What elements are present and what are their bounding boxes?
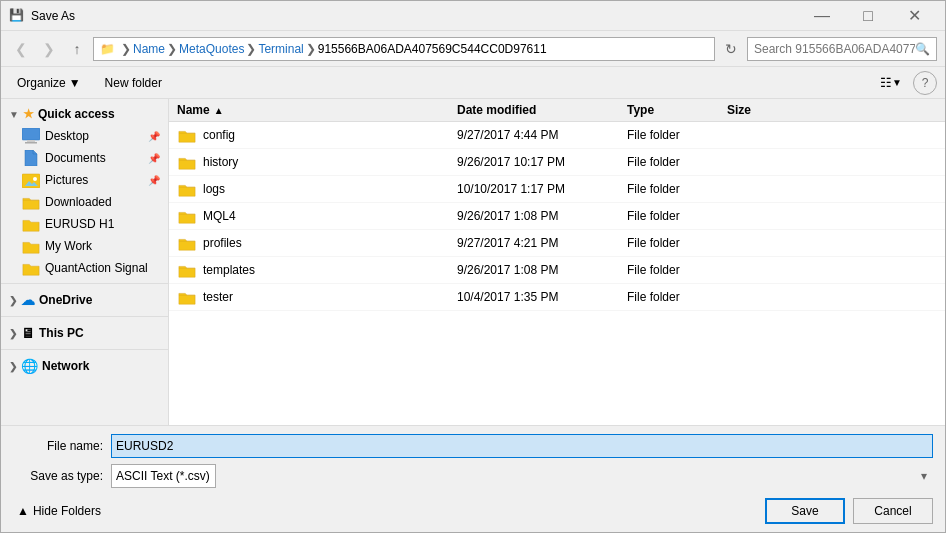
titlebar: 💾 Save As — □ ✕ [1,1,945,31]
file-type-cell: File folder [627,128,727,142]
window-icon: 💾 [9,8,25,24]
file-rows-container: config 9/27/2017 4:44 PM File folder his… [169,122,945,311]
saveastype-wrapper: ASCII Text (*.csv) [111,464,933,488]
sidebar-item-downloaded[interactable]: Downloaded [1,191,168,213]
breadcrumb-metaquotes[interactable]: MetaQuotes [179,42,244,56]
close-button[interactable]: ✕ [891,1,937,31]
organize-button[interactable]: Organize ▼ [9,73,89,93]
thispc-label: This PC [39,326,84,340]
refresh-button[interactable]: ↻ [719,37,743,61]
sidebar-item-pictures[interactable]: Pictures 📌 [1,169,168,191]
table-row[interactable]: profiles 9/27/2017 4:21 PM File folder [169,230,945,257]
downloaded-icon [21,194,41,210]
chevron-up-icon: ▲ [17,504,29,518]
sidebar-item-quantaction-label: QuantAction Signal [45,261,148,275]
table-row[interactable]: MQL4 9/26/2017 1:08 PM File folder [169,203,945,230]
documents-icon [21,150,41,166]
file-name-cell: logs [177,179,457,199]
column-type-header[interactable]: Type [627,103,727,117]
file-date-cell: 9/26/2017 10:17 PM [457,155,627,169]
help-button[interactable]: ? [913,71,937,95]
maximize-button[interactable]: □ [845,1,891,31]
table-row[interactable]: templates 9/26/2017 1:08 PM File folder [169,257,945,284]
saveastype-row: Save as type: ASCII Text (*.csv) [13,464,933,488]
pin-icon-docs: 📌 [148,153,160,164]
file-name-cell: history [177,152,457,172]
bottom-actions: ▲ Hide Folders Save Cancel [13,494,933,524]
search-input[interactable] [754,42,915,56]
network-label: Network [42,359,89,373]
sort-arrow-icon: ▲ [214,105,224,116]
onedrive-item[interactable]: ❯ ☁ OneDrive [1,288,168,312]
file-type-cell: File folder [627,290,727,304]
hide-folders-button[interactable]: ▲ Hide Folders [13,502,105,520]
sidebar-item-documents[interactable]: Documents 📌 [1,147,168,169]
filename-input[interactable] [111,434,933,458]
pin-icon: 📌 [148,131,160,142]
folder-icon [177,206,197,226]
organize-chevron-icon: ▼ [69,76,81,90]
pin-icon-pics: 📌 [148,175,160,186]
new-folder-button[interactable]: New folder [97,73,170,93]
quick-access-chevron-icon: ▼ [9,109,19,120]
back-button[interactable]: ❮ [9,37,33,61]
table-row[interactable]: history 9/26/2017 10:17 PM File folder [169,149,945,176]
column-date-header[interactable]: Date modified [457,103,627,117]
saveastype-select[interactable]: ASCII Text (*.csv) [111,464,216,488]
column-size-header[interactable]: Size [727,103,807,117]
thispc-item[interactable]: ❯ 🖥 This PC [1,321,168,345]
breadcrumb-terminal[interactable]: Terminal [258,42,303,56]
save-button[interactable]: Save [765,498,845,524]
search-box: 🔍 [747,37,937,61]
file-name: MQL4 [203,209,236,223]
filename-row: File name: [13,434,933,458]
svg-rect-2 [25,142,37,144]
file-date-cell: 9/27/2017 4:44 PM [457,128,627,142]
minimize-button[interactable]: — [799,1,845,31]
sidebar-divider-2 [1,316,168,317]
network-icon: 🌐 [21,358,38,374]
breadcrumb-roaming[interactable]: Name [133,42,165,56]
main-content: ▼ ★ Quick access Desktop 📌 Documents 📌 [1,99,945,425]
network-chevron-icon: ❯ [9,361,17,372]
cancel-label: Cancel [874,504,911,518]
action-buttons: Save Cancel [765,498,933,524]
onedrive-icon: ☁ [21,292,35,308]
sidebar-item-desktop[interactable]: Desktop 📌 [1,125,168,147]
cancel-button[interactable]: Cancel [853,498,933,524]
save-as-dialog: 💾 Save As — □ ✕ ❮ ❯ ↑ 📁 ❯ Name ❯ MetaQuo… [0,0,946,533]
navigation-toolbar: ❮ ❯ ↑ 📁 ❯ Name ❯ MetaQuotes ❯ Terminal ❯… [1,31,945,67]
window-title: Save As [31,9,799,23]
filename-label: File name: [13,439,103,453]
table-row[interactable]: tester 10/4/2017 1:35 PM File folder [169,284,945,311]
thispc-icon: 🖥 [21,325,35,341]
up-button[interactable]: ↑ [65,37,89,61]
sidebar-item-mywork-label: My Work [45,239,92,253]
table-row[interactable]: logs 10/10/2017 1:17 PM File folder [169,176,945,203]
sidebar-item-eurusd[interactable]: EURUSD H1 [1,213,168,235]
view-toggle-button[interactable]: ☷ ▼ [877,71,905,95]
breadcrumb[interactable]: 📁 ❯ Name ❯ MetaQuotes ❯ Terminal ❯ 91556… [93,37,715,61]
sidebar-item-mywork[interactable]: My Work [1,235,168,257]
hide-folders-label: Hide Folders [33,504,101,518]
search-icon[interactable]: 🔍 [915,42,930,56]
file-type-cell: File folder [627,155,727,169]
window-controls: — □ ✕ [799,1,937,31]
file-date-cell: 9/26/2017 1:08 PM [457,263,627,277]
mywork-icon [21,238,41,254]
onedrive-label: OneDrive [39,293,92,307]
table-row[interactable]: config 9/27/2017 4:44 PM File folder [169,122,945,149]
network-item[interactable]: ❯ 🌐 Network [1,354,168,378]
svg-rect-0 [22,128,40,140]
quick-access-header[interactable]: ▼ ★ Quick access [1,103,168,125]
file-date-cell: 10/4/2017 1:35 PM [457,290,627,304]
column-name-header[interactable]: Name ▲ [177,103,457,117]
sidebar-item-quantaction[interactable]: QuantAction Signal [1,257,168,279]
organize-label: Organize [17,76,66,90]
file-name-cell: profiles [177,233,457,253]
save-label: Save [791,504,818,518]
file-type-cell: File folder [627,209,727,223]
file-list: Name ▲ Date modified Type Size [169,99,945,425]
forward-button[interactable]: ❯ [37,37,61,61]
folder-icon [177,179,197,199]
